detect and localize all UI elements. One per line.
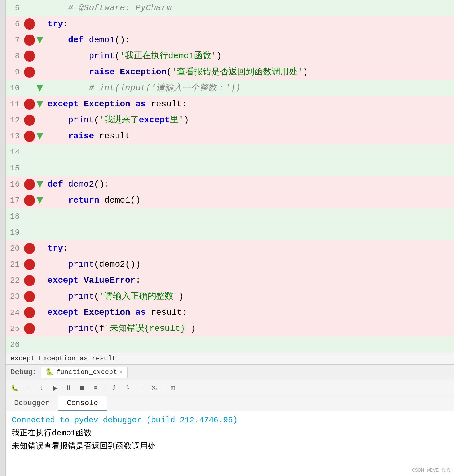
breakpoint-dot[interactable]	[24, 323, 35, 334]
code-line: 20try:	[6, 240, 454, 256]
bug-icon[interactable]: 🐛	[9, 382, 20, 394]
line-number: 17	[6, 196, 24, 205]
debug-tab-console[interactable]: Console	[58, 396, 107, 411]
line-number: 14	[6, 148, 24, 157]
debug-label: Debug:	[10, 368, 37, 376]
breakpoint-dot[interactable]	[24, 275, 35, 286]
breakpoint-dot[interactable]	[24, 291, 35, 302]
console-text: Connected to pydev debugger (build 212.4…	[12, 416, 237, 425]
watermark: CSDN @EVE 图图	[412, 467, 452, 474]
code-line: 9 raise Exception('查看报错是否返回到函数调用处')	[6, 64, 454, 80]
stop-icon[interactable]: ⏹	[76, 382, 88, 394]
tab-close-btn[interactable]: ×	[120, 369, 123, 375]
bookmark-filled	[36, 133, 43, 140]
console-line: 未知错误查看报错是否返回到函数调用处	[12, 441, 448, 451]
code-line: 13 raise result	[6, 128, 454, 144]
tab-name: function_except	[56, 368, 117, 376]
code-content: print(demo2())	[45, 256, 454, 273]
code-line: 11except Exception as result:	[6, 96, 454, 112]
line-number: 11	[6, 100, 24, 109]
code-line: 18	[6, 208, 454, 224]
bookmark-empty	[36, 229, 43, 236]
bookmark-empty	[36, 149, 43, 156]
bookmark-empty	[36, 165, 43, 172]
breakpoint-dot[interactable]	[24, 99, 35, 110]
code-line: 10 # int(input('请输入一个整数：'))	[6, 80, 454, 96]
status-text: except Exception as result	[10, 355, 116, 363]
code-content: # int(input('请输入一个整数：'))	[45, 80, 454, 96]
separator2	[164, 384, 164, 392]
line-number: 16	[6, 180, 24, 189]
code-line: 7 def demo1():	[6, 32, 454, 48]
code-line: 17 return demo1()	[6, 192, 454, 208]
step-over-icon[interactable]: ⤴	[108, 382, 120, 394]
separator	[105, 384, 105, 392]
code-content: except Exception as result:	[45, 305, 454, 321]
debug-header: Debug: 🐍 function_except ×	[6, 364, 454, 380]
code-content: raise result	[45, 128, 454, 144]
table-view-icon[interactable]: ⊞	[167, 382, 179, 394]
code-content: return demo1()	[45, 192, 454, 208]
breakpoint-dot[interactable]	[24, 179, 35, 190]
debug-tab-debugger[interactable]: Debugger	[6, 396, 58, 411]
code-content: try:	[45, 240, 454, 256]
code-line: 19	[6, 224, 454, 240]
code-line: 21 print(demo2())	[6, 256, 454, 273]
line-number: 15	[6, 164, 24, 173]
breakpoint-dot[interactable]	[24, 35, 35, 46]
code-content: except Exception as result:	[45, 96, 454, 112]
evaluate-icon[interactable]: Xₜ	[149, 382, 160, 394]
left-sidebar	[0, 0, 6, 476]
code-line: 6try:	[6, 16, 454, 32]
breakpoint-dot[interactable]	[24, 18, 35, 30]
bookmark-empty	[36, 293, 43, 300]
code-content: # @Software: PyCharm	[45, 0, 454, 16]
breakpoint-dot[interactable]	[24, 259, 35, 270]
line-number: 21	[6, 260, 24, 269]
status-bar: except Exception as result	[6, 353, 454, 364]
code-content: try:	[45, 16, 454, 32]
pause-icon[interactable]: ⏸	[63, 382, 75, 394]
line-number: 23	[6, 292, 24, 301]
resume-icon[interactable]: ▶	[49, 382, 61, 394]
step-out-icon[interactable]: ↑	[135, 382, 147, 394]
console-line: 我正在执行demo1函数	[12, 427, 448, 438]
code-content: def demo1():	[45, 32, 454, 48]
code-content: print('请输入正确的整数')	[45, 289, 454, 305]
console-text: 未知错误查看报错是否返回到函数调用处	[12, 441, 156, 451]
debug-tab[interactable]: 🐍 function_except ×	[41, 367, 128, 378]
code-line: 23 print('请输入正确的整数')	[6, 289, 454, 305]
line-number: 18	[6, 212, 24, 221]
bookmark-empty	[36, 21, 43, 27]
code-content: print(f'未知错误{result}')	[45, 321, 454, 337]
bookmark-empty	[36, 5, 43, 11]
bookmark-filled	[36, 101, 43, 108]
code-line: 25 print(f'未知错误{result}')	[6, 321, 454, 337]
line-number: 8	[6, 51, 24, 61]
line-number: 25	[6, 324, 24, 333]
breakpoint-dot[interactable]	[24, 131, 35, 142]
code-editor: 5 # @Software: PyCharm6try:7 def demo1()…	[6, 0, 454, 353]
bookmark-filled	[36, 85, 43, 92]
line-number: 9	[6, 68, 24, 77]
list-icon[interactable]: ≡	[90, 382, 102, 394]
line-number: 10	[6, 84, 24, 93]
scroll-down-icon[interactable]: ↓	[36, 382, 47, 394]
step-into-icon[interactable]: ⤵	[122, 382, 133, 394]
breakpoint-dot[interactable]	[24, 307, 35, 318]
bookmark-empty	[36, 117, 43, 124]
scroll-up-icon[interactable]: ↑	[22, 382, 34, 394]
code-line: 26	[6, 337, 454, 353]
line-number: 5	[6, 3, 24, 13]
bookmark-empty	[36, 69, 43, 76]
code-content: raise Exception('查看报错是否返回到函数调用处')	[45, 64, 454, 80]
debug-toolbar: 🐛↑↓▶⏸⏹≡⤴⤵↑Xₜ⊞	[6, 380, 454, 396]
bookmark-empty	[36, 261, 43, 268]
breakpoint-dot[interactable]	[24, 67, 35, 78]
breakpoint-dot[interactable]	[24, 195, 35, 206]
breakpoint-dot[interactable]	[24, 115, 35, 126]
code-line: 5 # @Software: PyCharm	[6, 0, 454, 16]
breakpoint-dot[interactable]	[24, 51, 35, 62]
console-output: Connected to pydev debugger (build 212.4…	[6, 411, 454, 458]
breakpoint-dot[interactable]	[24, 243, 35, 254]
